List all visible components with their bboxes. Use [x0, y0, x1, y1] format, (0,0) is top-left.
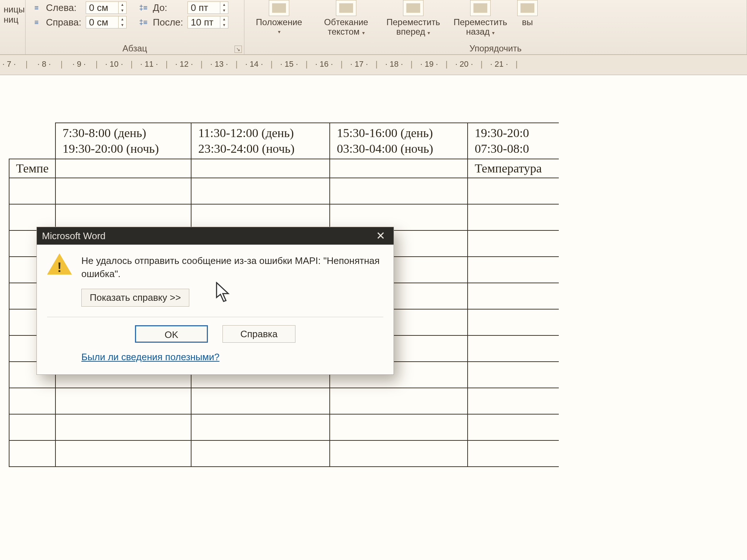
ribbon-group-pages-fragment: ницы ниц	[0, 0, 26, 54]
warning-icon	[47, 253, 72, 275]
chevron-down-icon: ▾	[492, 30, 495, 36]
space-before-value: 0 пт	[188, 2, 220, 13]
horizontal-ruler[interactable]: · 6 · | · 7 · | · 8 · | · 9 · | · 10 · |…	[0, 55, 747, 75]
indent-right-spinner[interactable]: 0 см ▲▼	[86, 16, 127, 28]
spinner-down-icon[interactable]: ▼	[220, 8, 228, 13]
help-button[interactable]: Справка	[222, 325, 295, 343]
spinner-down-icon[interactable]: ▼	[119, 22, 126, 28]
dialog-titlebar[interactable]: Microsoft Word ✕	[37, 227, 394, 245]
spinner-up-icon[interactable]: ▲	[119, 2, 126, 8]
space-before-icon: ‡≡	[138, 3, 148, 12]
cell-col2-times: 11:30-12:00 (день)23:30-24:00 (ночь)	[198, 125, 323, 156]
ruler-number: · 21 ·	[485, 59, 513, 69]
ruler-number: · 19 ·	[415, 59, 443, 69]
chevron-down-icon: ▾	[427, 30, 430, 36]
bring-forward-button[interactable]: Переместить вперед ▾	[382, 0, 444, 38]
space-after-label: После:	[151, 17, 185, 28]
send-backward-button[interactable]: Переместить назад ▾	[449, 0, 511, 38]
spinner-down-icon[interactable]: ▼	[220, 22, 228, 28]
position-icon	[269, 0, 289, 16]
position-button[interactable]: Положение ▾	[248, 0, 310, 38]
cell-col1-times: 7:30-8:00 (день)19:30-20:00 (ночь)	[62, 125, 184, 156]
table-row	[9, 440, 559, 467]
space-after-spinner[interactable]: 10 пт ▲▼	[187, 16, 228, 28]
truncated-label: ницы ниц	[4, 0, 22, 25]
selection-icon	[517, 0, 538, 16]
feedback-link[interactable]: Были ли сведения полезными?	[81, 351, 220, 363]
group-caption-paragraph: Абзац	[26, 43, 244, 54]
ruler-number: · 13 ·	[205, 59, 233, 69]
indent-left-value: 0 см	[86, 2, 118, 13]
space-before-spinner[interactable]: 0 пт ▲▼	[187, 1, 228, 14]
ruler-number: · 8 ·	[30, 59, 58, 69]
ruler-number: · 17 ·	[345, 59, 373, 69]
close-icon[interactable]: ✕	[372, 229, 388, 243]
spinner-up-icon[interactable]: ▲	[119, 16, 126, 22]
indent-left-label: Слева:	[44, 2, 83, 13]
ruler-number: · 20 ·	[450, 59, 478, 69]
ruler-number: · 11 ·	[135, 59, 163, 69]
ribbon: ницы ниц ≡ Слева: 0 см ▲▼ ≡ Справа: 0 см…	[0, 0, 747, 55]
space-before-label: До:	[151, 2, 185, 13]
paragraph-dialog-launcher-icon[interactable]: ↘	[235, 46, 242, 53]
ruler-number: · 7 ·	[0, 59, 23, 69]
indent-right-icon: ≡	[31, 18, 42, 27]
ok-button[interactable]: OK	[135, 325, 208, 343]
ribbon-group-paragraph: ≡ Слева: 0 см ▲▼ ≡ Справа: 0 см ▲▼ ‡≡ До…	[26, 0, 244, 54]
indent-right-value: 0 см	[86, 17, 118, 28]
indent-left-spinner[interactable]: 0 см ▲▼	[86, 1, 127, 14]
ruler-number: · 18 ·	[380, 59, 408, 69]
dialog-message: Не удалось отправить сообщение из-за оши…	[81, 254, 383, 281]
spacing-controls: ‡≡ До: 0 пт ▲▼ ‡≡ После: 10 пт ▲▼	[136, 0, 233, 28]
chevron-down-icon: ▾	[362, 30, 365, 36]
cell-label-temperature-2: Температура	[468, 159, 559, 178]
table-row	[9, 388, 559, 414]
indent-right-label: Справа:	[44, 17, 83, 28]
bring-forward-icon	[403, 0, 423, 16]
table-row: 7:30-8:00 (день)19:30-20:00 (ночь) 11:30…	[9, 123, 559, 159]
spinner-up-icon[interactable]: ▲	[220, 2, 228, 8]
ruler-number: · 9 ·	[65, 59, 93, 69]
document-area: 7:30-8:00 (день)19:30-20:00 (ночь) 11:30…	[0, 75, 747, 560]
ruler-number: · 16 ·	[310, 59, 338, 69]
space-after-icon: ‡≡	[138, 18, 148, 27]
cell-label-temperature: Темпе	[9, 159, 55, 178]
group-caption-arrange: Упорядочить	[244, 43, 747, 54]
cell-col3-times: 15:30-16:00 (день)03:30-04:00 (ночь)	[337, 125, 461, 156]
spinner-up-icon[interactable]: ▲	[220, 16, 228, 22]
table-row	[9, 414, 559, 440]
text-wrap-icon	[336, 0, 356, 16]
dialog-title: Microsoft Word	[42, 230, 105, 242]
send-backward-icon	[470, 0, 491, 16]
ruler-number: · 14 ·	[240, 59, 268, 69]
space-after-value: 10 пт	[188, 17, 220, 28]
indent-controls: ≡ Слева: 0 см ▲▼ ≡ Справа: 0 см ▲▼	[29, 0, 132, 28]
text-wrap-button[interactable]: Обтекание текстом ▾	[315, 0, 377, 38]
ruler-number: · 10 ·	[100, 59, 128, 69]
ruler-number: · 12 ·	[170, 59, 198, 69]
ribbon-group-arrange: Положение ▾ Обтекание текстом ▾ Перемест…	[244, 0, 747, 54]
cell-col4-times: 19:30-20:007:30-08:0	[475, 125, 552, 156]
show-help-button[interactable]: Показать справку >>	[81, 289, 189, 307]
chevron-down-icon: ▾	[278, 27, 280, 36]
table-row: Темпе Температура	[9, 159, 559, 178]
spinner-down-icon[interactable]: ▼	[119, 8, 126, 13]
ruler-number: · 15 ·	[275, 59, 303, 69]
selection-pane-fragment[interactable]: вы	[516, 0, 538, 38]
error-dialog: Microsoft Word ✕ Не удалось отправить со…	[36, 227, 394, 375]
indent-left-icon: ≡	[31, 3, 42, 12]
table-row	[9, 178, 559, 204]
